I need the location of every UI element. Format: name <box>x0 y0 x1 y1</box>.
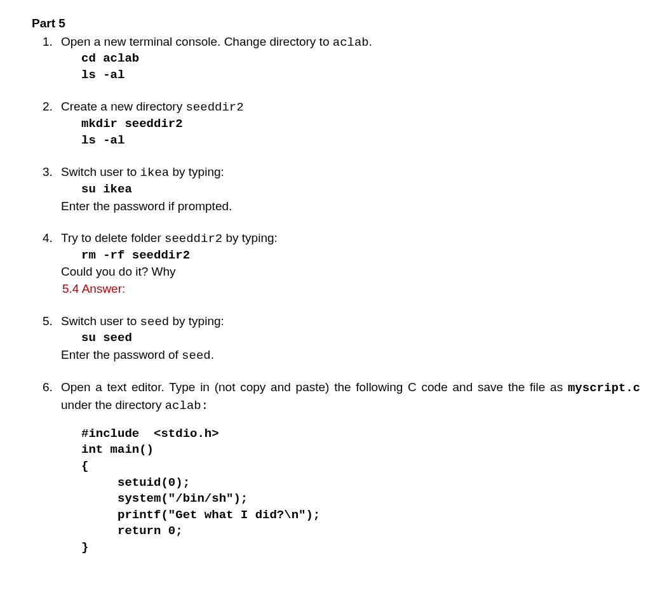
step-3: Switch user to ikea by typing: su ikea E… <box>56 164 640 215</box>
part-title: Part 5 <box>32 15 640 32</box>
text: Create a new directory <box>61 100 185 113</box>
inline-code: myscript.c <box>568 381 640 395</box>
followup-text: Enter the password of seed. <box>61 347 640 365</box>
followup-text: Could you do it? Why <box>61 264 640 281</box>
command-block: su ikea <box>81 182 640 198</box>
step-2-text: Create a new directory seeddir2 <box>61 100 244 113</box>
text: Open a new terminal console. Change dire… <box>61 35 333 48</box>
text: Try to delete folder <box>61 231 165 244</box>
inline-code: aclab: <box>165 399 208 413</box>
inline-code: seed <box>182 349 211 363</box>
step-4-text: Try to delete folder seeddir2 by typing: <box>61 231 278 244</box>
step-5: Switch user to seed by typing: su seed E… <box>56 313 640 365</box>
instruction-list: Open a new terminal console. Change dire… <box>32 34 640 556</box>
step-5-text: Switch user to seed by typing: <box>61 314 224 328</box>
text: by typing: <box>222 231 278 244</box>
inline-code: ikea <box>140 166 170 180</box>
text: Enter the password of <box>61 348 182 361</box>
command-block: rm -rf seeddir2 <box>81 248 640 264</box>
step-1: Open a new terminal console. Change dire… <box>56 34 640 84</box>
followup-text: Enter the password if prompted. <box>61 198 640 215</box>
code-block: #include <stdio.h> int main() { setuid(0… <box>81 426 640 556</box>
step-1-text: Open a new terminal console. Change dire… <box>61 35 372 48</box>
text: under the directory <box>61 398 165 412</box>
text: by typing: <box>169 165 224 178</box>
command-block: mkdir seeddir2 ls -al <box>81 116 640 149</box>
text: by typing: <box>169 314 224 328</box>
step-3-text: Switch user to ikea by typing: <box>61 165 224 178</box>
answer-label: 5.4 Answer: <box>62 281 640 298</box>
inline-code: seeddir2 <box>165 232 222 246</box>
text: Switch user to <box>61 314 140 328</box>
text: Open a text editor. Type in (not copy an… <box>61 380 568 394</box>
step-4: Try to delete folder seeddir2 by typing:… <box>56 230 640 297</box>
command-block: cd aclab ls -al <box>81 51 640 83</box>
step-2: Create a new directory seeddir2 mkdir se… <box>56 98 640 149</box>
text: . <box>211 348 214 361</box>
inline-code: seeddir2 <box>185 100 243 114</box>
text: Switch user to <box>61 165 140 178</box>
text: . <box>369 35 372 48</box>
step-6: Open a text editor. Type in (not copy an… <box>56 379 640 556</box>
step-6-text: Open a text editor. Type in (not copy an… <box>61 379 640 414</box>
command-block: su seed <box>81 330 640 347</box>
inline-code: seed <box>140 315 170 329</box>
inline-code: aclab <box>333 36 369 50</box>
